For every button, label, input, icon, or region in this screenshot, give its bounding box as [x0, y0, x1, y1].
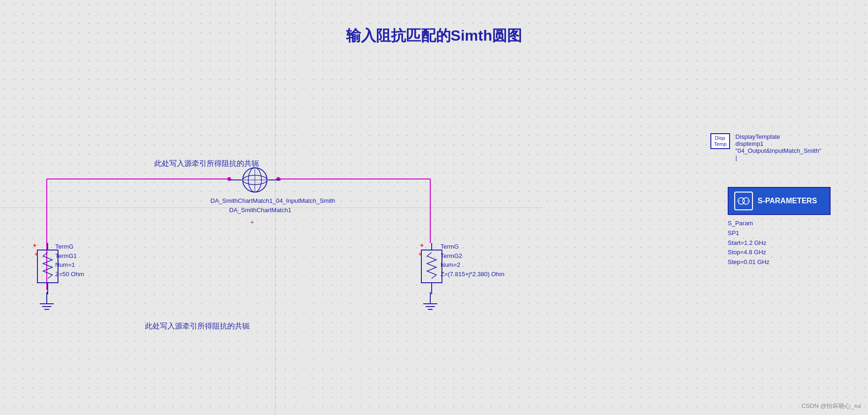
smith-chart-label1: DA_SmithChartMatch1_04_InputMatch_Smith [210, 196, 335, 206]
display-template-component[interactable]: Disp Temp DisplayTemplate disptemp1 "04_… [710, 133, 821, 161]
s-params-details: S_Param SP1 Start=1.2 GHz Stop=4.8 GHz S… [728, 219, 831, 267]
svg-rect-33 [421, 250, 442, 283]
smith-chart-label2: DA_SmithChartMatch1 [229, 206, 291, 215]
s-params-label: S-PARAMETERS [758, 197, 817, 205]
termg1-label: TermG TermG1 Num=1 Z=50 Ohm [55, 242, 84, 279]
svg-text:+: + [250, 218, 254, 226]
s-params-icon [734, 192, 753, 210]
s-params-box[interactable]: S-PARAMETERS [728, 187, 831, 215]
s-parameters-component[interactable]: S-PARAMETERS S_Param SP1 Start=1.2 GHz S… [728, 187, 831, 267]
svg-text:+: + [419, 251, 422, 258]
watermark: CSDN @怡坏晓心_rui [802, 402, 861, 410]
svg-text:+: + [35, 251, 38, 258]
disp-temp-box: Disp Temp [710, 133, 730, 149]
page-title: 输入阻抗匹配的Simth圆图 [346, 26, 522, 46]
note-bottom: 此处写入源牵引所得阻抗的共轭 [145, 322, 250, 331]
termg2-label: TermG TermG2 Num=2 Z=(7.815+j*2.380) Ohm [441, 242, 505, 279]
smith-chart-component[interactable] [229, 166, 281, 194]
